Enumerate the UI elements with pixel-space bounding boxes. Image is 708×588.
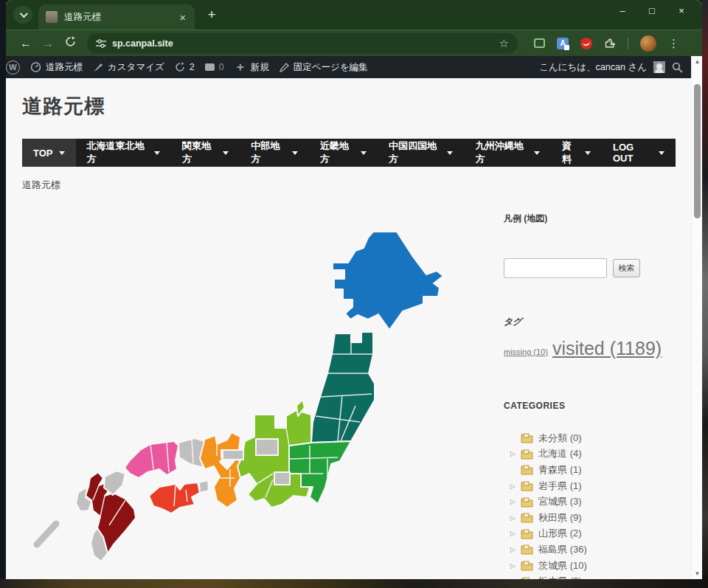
- categories-widget-title: CATEGORIES: [504, 401, 565, 411]
- folder-icon: [521, 528, 533, 539]
- expander-icon[interactable]: ▷: [510, 498, 521, 505]
- expander-icon[interactable]: ▷: [510, 578, 521, 579]
- tab-strip: 道路元標 × + – □ ×: [6, 0, 702, 30]
- category-row[interactable]: ▷ 栃木県 (9): [504, 573, 691, 579]
- tag-cloud: missing (10) visited (1189): [504, 338, 688, 359]
- user-avatar[interactable]: [653, 61, 665, 73]
- map-island-okinawa[interactable]: [37, 524, 56, 544]
- category-row[interactable]: 未分類 (0): [504, 430, 691, 446]
- folder-icon: [521, 560, 533, 571]
- nav-item-kyushu-okinawa[interactable]: 九州沖縄地方: [464, 139, 550, 167]
- edit-pencil-icon: [280, 63, 289, 72]
- category-row[interactable]: ▷ 茨城県 (10): [504, 558, 691, 574]
- nav-item-top[interactable]: TOP: [22, 139, 76, 167]
- bookmark-star-icon[interactable]: ☆: [499, 37, 509, 50]
- nav-item-chugoku-shikoku[interactable]: 中国四国地方: [378, 139, 464, 167]
- map-region-chugoku[interactable]: [125, 441, 178, 478]
- nav-item-kanto[interactable]: 関東地方: [171, 139, 240, 167]
- menu-kebab-icon[interactable]: ⋮: [668, 37, 676, 50]
- category-row[interactable]: ▷ 秋田県 (9): [504, 510, 691, 526]
- expander-icon[interactable]: ▷: [510, 562, 521, 570]
- expander-icon[interactable]: ▷: [510, 450, 521, 457]
- tag-missing-link[interactable]: missing (10): [504, 347, 548, 356]
- category-row[interactable]: ▷ 山形県 (2): [504, 526, 691, 542]
- screenshot-extension-icon[interactable]: [534, 38, 545, 48]
- caret-down-icon: [59, 151, 65, 155]
- admin-greeting[interactable]: こんにちは、cancan さん: [539, 61, 647, 74]
- expander-icon[interactable]: ▷: [510, 482, 521, 490]
- category-row[interactable]: ▷ 福島県 (36): [504, 542, 691, 558]
- nav-item-chubu[interactable]: 中部地方: [240, 139, 308, 167]
- nav-item-shiryo[interactable]: 資料: [551, 139, 602, 167]
- legend-widget-title: 凡例 (地図): [504, 212, 547, 225]
- wp-admin-bar: W 道路元標 カスタマイズ 2 0 ＋ 新規 固定ページを編集 こんにちは、ca…: [6, 56, 702, 78]
- search-icon[interactable]: [672, 62, 683, 73]
- url-text[interactable]: sp.canpal.site: [112, 38, 499, 49]
- address-bar[interactable]: sp.canpal.site ☆: [87, 33, 518, 54]
- comments-icon: [205, 63, 215, 71]
- new-tab-button[interactable]: +: [204, 7, 220, 23]
- tab-search-button[interactable]: [13, 6, 32, 24]
- search-button[interactable]: 検索: [613, 259, 640, 277]
- admin-site-name[interactable]: 道路元標: [30, 61, 83, 74]
- window-close-button[interactable]: ×: [667, 1, 696, 21]
- admin-updates[interactable]: 2: [175, 62, 195, 72]
- forward-button[interactable]: →: [37, 37, 59, 50]
- nav-item-hokkaido-tohoku[interactable]: 北海道東北地方: [76, 139, 172, 167]
- plus-icon: ＋: [235, 62, 246, 72]
- nav-item-logout[interactable]: LOG OUT: [602, 139, 676, 167]
- japan-map[interactable]: [22, 207, 502, 575]
- page-scrollbar[interactable]: ▲ ▼: [691, 56, 702, 579]
- scrollbar-up-icon[interactable]: ▲: [692, 58, 702, 65]
- admin-customize[interactable]: カスタマイズ: [93, 61, 164, 74]
- folder-icon: [521, 480, 533, 491]
- admin-comments[interactable]: 0: [205, 62, 224, 72]
- wordpress-logo-icon[interactable]: W: [6, 60, 20, 75]
- map-region-kinki[interactable]: [199, 432, 240, 508]
- active-tab[interactable]: 道路元標 ×: [38, 4, 195, 30]
- tags-widget-title: タグ: [504, 316, 522, 328]
- reload-button[interactable]: [59, 36, 81, 50]
- breadcrumb: 道路元標: [22, 179, 60, 192]
- scrollbar-thumb[interactable]: [694, 84, 701, 218]
- tag-visited-link[interactable]: visited (1189): [552, 338, 662, 359]
- page-title: 道路元標: [22, 93, 105, 120]
- translate-icon[interactable]: A: [557, 38, 569, 49]
- updates-icon: [175, 62, 185, 72]
- category-row[interactable]: ▷ 北海道 (4): [504, 446, 691, 463]
- browser-toolbar: ← → sp.canpal.site ☆ A ⋮: [6, 30, 702, 56]
- map-region-tohoku[interactable]: [311, 332, 375, 443]
- extensions-puzzle-icon[interactable]: [604, 38, 616, 49]
- search-input[interactable]: [504, 258, 607, 278]
- category-row[interactable]: ▷ 宮城県 (3): [504, 494, 691, 510]
- back-button[interactable]: ←: [15, 37, 37, 50]
- window-maximize-button[interactable]: □: [637, 1, 667, 21]
- folder-icon: [521, 432, 533, 443]
- admin-edit-page[interactable]: 固定ページを編集: [280, 61, 368, 74]
- desktop-wallpaper-right: [702, 0, 708, 588]
- window-minimize-button[interactable]: –: [608, 1, 637, 21]
- category-row[interactable]: 青森県 (1): [504, 462, 691, 478]
- folder-icon: [521, 544, 533, 555]
- translate-icon-badge: [564, 45, 569, 50]
- category-row[interactable]: ▷ 岩手県 (1): [504, 478, 691, 494]
- scrollbar-down-icon[interactable]: ▼: [692, 570, 702, 577]
- tab-close-icon[interactable]: ×: [178, 12, 187, 23]
- caret-down-icon: [659, 151, 664, 155]
- folder-icon: [521, 512, 533, 523]
- expander-icon[interactable]: ▷: [510, 530, 521, 537]
- tab-favicon: [46, 11, 58, 23]
- admin-new[interactable]: ＋ 新規: [235, 61, 269, 74]
- folder-icon: [521, 576, 533, 579]
- profile-avatar[interactable]: [640, 35, 656, 52]
- map-region-hokkaido[interactable]: [333, 232, 443, 330]
- nav-item-kinki[interactable]: 近畿地方: [309, 139, 378, 167]
- toolbar-divider: [628, 38, 628, 49]
- desktop-wallpaper-bottom: [0, 579, 708, 588]
- antivirus-extension-icon[interactable]: [580, 38, 592, 49]
- caret-down-icon: [534, 151, 540, 155]
- expander-icon[interactable]: ▷: [510, 514, 521, 522]
- site-settings-icon[interactable]: [96, 39, 106, 48]
- expander-icon[interactable]: ▷: [510, 546, 521, 553]
- category-tree: 未分類 (0) ▷ 北海道 (4) 青森県 (1) ▷ 岩手県 (1) ▷ 宮城…: [504, 430, 691, 579]
